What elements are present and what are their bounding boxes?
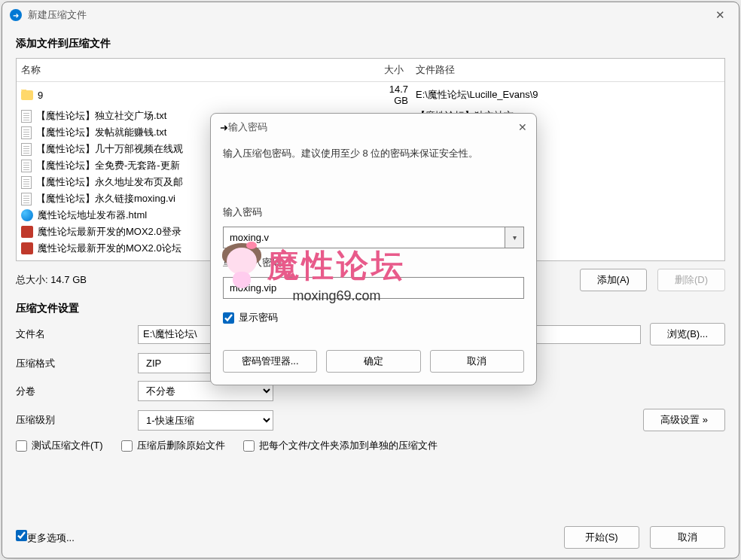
header-size[interactable]: 大小 bbox=[374, 62, 408, 78]
row-options: 测试压缩文件(T) 压缩后删除原始文件 把每个文件/文件夹添加到单独的压缩文件 bbox=[16, 439, 725, 452]
password-manager-button[interactable]: 密码管理器... bbox=[223, 350, 317, 373]
file-name: 【魔性论坛】永久地址发布页及邮 bbox=[36, 175, 183, 189]
file-name: 【魔性论坛】全免费-无套路-更新 bbox=[36, 159, 180, 172]
label-split: 分卷 bbox=[16, 385, 129, 398]
file-name: 【魔性论坛】几十万部视频在线观 bbox=[36, 142, 183, 156]
password-confirm-input[interactable] bbox=[223, 277, 524, 299]
cb-test[interactable]: 测试压缩文件(T) bbox=[16, 439, 103, 452]
pwd-titlebar: ➜ 输入密码 ✕ bbox=[211, 114, 536, 141]
pwd-title: 输入密码 bbox=[228, 120, 518, 134]
pwd-combo: ▾ bbox=[223, 227, 524, 248]
txt-icon bbox=[21, 143, 32, 156]
folder-icon bbox=[21, 90, 33, 100]
label-filename: 文件名 bbox=[16, 327, 129, 341]
cancel-button[interactable]: 取消 bbox=[650, 526, 725, 549]
file-size: 14.7 GB bbox=[374, 84, 408, 106]
app-icon: ➜ bbox=[220, 122, 228, 133]
browse-button[interactable]: 浏览(B)... bbox=[650, 323, 725, 345]
total-size-label: 总大小: 14.7 GB bbox=[16, 273, 87, 287]
pwd-body: 输入压缩包密码。建议使用至少 8 位的密码来保证安全性。 输入密码 ▾ 重新输入… bbox=[211, 141, 536, 385]
chevron-down-icon[interactable]: ▾ bbox=[505, 227, 524, 248]
file-row[interactable]: 914.7 GBE:\魔性论坛\Lucille_Evans\9 bbox=[17, 82, 724, 108]
file-name: 【魔性论坛】永久链接moxing.vi bbox=[36, 192, 175, 205]
row-level: 压缩级别 1-快速压缩 高级设置 » bbox=[16, 409, 725, 431]
app-icon: ➜ bbox=[10, 9, 22, 21]
file-path: E:\魔性论坛\Lucille_Evans\9 bbox=[408, 88, 724, 102]
password-dialog: ➜ 输入密码 ✕ 输入压缩包密码。建议使用至少 8 位的密码来保证安全性。 输入… bbox=[210, 113, 537, 385]
level-select[interactable]: 1-快速压缩 bbox=[138, 410, 273, 431]
pwd-buttons: 密码管理器... 确定 取消 bbox=[223, 350, 524, 373]
pwd-close-icon[interactable]: ✕ bbox=[518, 121, 527, 133]
cb-show-password[interactable]: 显示密码 bbox=[223, 311, 524, 324]
header-name[interactable]: 名称 bbox=[17, 62, 374, 78]
pwd-ok-button[interactable]: 确定 bbox=[326, 350, 420, 373]
pwd-label1: 输入密码 bbox=[223, 205, 524, 219]
main-titlebar: ➜ 新建压缩文件 ✕ bbox=[2, 2, 739, 28]
password-input[interactable] bbox=[223, 227, 505, 248]
bottom-row: 更多选项... 开始(S) 取消 bbox=[16, 520, 725, 549]
file-name: 【魔性论坛】发帖就能赚钱.txt bbox=[36, 126, 166, 139]
section-add-title: 添加文件到压缩文件 bbox=[16, 37, 725, 50]
advanced-button[interactable]: 高级设置 » bbox=[643, 409, 725, 431]
label-format: 压缩格式 bbox=[16, 357, 129, 370]
label-level: 压缩级别 bbox=[16, 413, 129, 427]
add-button[interactable]: 添加(A) bbox=[580, 269, 647, 291]
file-name: 魔性论坛地址发布器.html bbox=[38, 208, 147, 222]
remove-button: 删除(D) bbox=[657, 269, 725, 291]
window-title: 新建压缩文件 bbox=[28, 8, 709, 22]
pwd-hint: 输入压缩包密码。建议使用至少 8 位的密码来保证安全性。 bbox=[223, 147, 524, 160]
pwd-cancel-button[interactable]: 取消 bbox=[430, 350, 524, 373]
txt-icon bbox=[21, 126, 32, 139]
html-icon bbox=[21, 209, 33, 221]
pwd-label2: 重新输入密码 bbox=[223, 256, 524, 269]
app-icon bbox=[21, 226, 33, 238]
start-button[interactable]: 开始(S) bbox=[564, 526, 639, 549]
file-name: 【魔性论坛】独立社交广场.txt bbox=[36, 109, 166, 123]
close-icon[interactable]: ✕ bbox=[709, 8, 731, 22]
file-name: 魔性论坛最新开发的MOX2.0论坛 bbox=[38, 242, 181, 255]
cb-more[interactable]: 更多选项... bbox=[16, 530, 75, 545]
txt-icon bbox=[21, 160, 32, 172]
file-list-headers: 名称 大小 文件路径 bbox=[17, 59, 724, 82]
file-name: 魔性论坛最新开发的MOX2.0登录 bbox=[38, 225, 181, 239]
txt-icon bbox=[21, 110, 32, 123]
header-path[interactable]: 文件路径 bbox=[408, 62, 724, 78]
txt-icon bbox=[21, 193, 32, 205]
cb-delete-after[interactable]: 压缩后删除原始文件 bbox=[121, 439, 225, 452]
app-icon bbox=[21, 242, 33, 254]
txt-icon bbox=[21, 176, 32, 189]
cb-separate[interactable]: 把每个文件/文件夹添加到单独的压缩文件 bbox=[243, 439, 438, 452]
file-name: 9 bbox=[38, 90, 43, 101]
